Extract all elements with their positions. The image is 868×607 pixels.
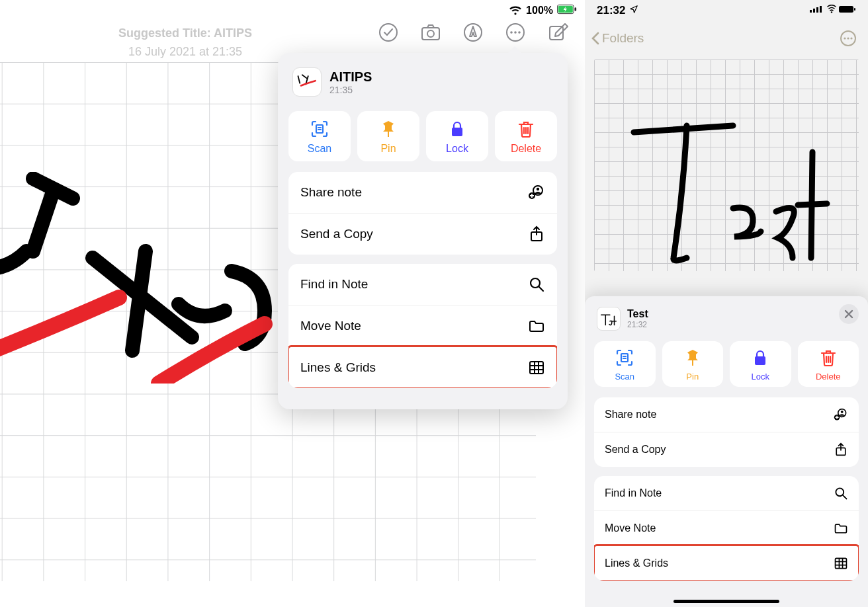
search-icon bbox=[528, 276, 545, 293]
popover-time: 21:35 bbox=[329, 85, 372, 95]
more-icon[interactable] bbox=[504, 21, 527, 44]
svg-rect-21 bbox=[810, 10, 812, 13]
lines-grids-label: Lines & Grids bbox=[300, 360, 376, 375]
svg-point-39 bbox=[836, 488, 844, 496]
svg-point-10 bbox=[518, 31, 521, 34]
find-label: Find in Note bbox=[300, 277, 368, 292]
menu-group-2: Find in Note Move Note Lines & Grids bbox=[594, 476, 859, 581]
note-thumbnail bbox=[597, 307, 621, 331]
lock-icon bbox=[447, 119, 467, 139]
share-note-item[interactable]: Share note bbox=[594, 397, 859, 432]
ipad-note-toolbar bbox=[377, 21, 569, 44]
send-copy-item[interactable]: Send a Copy bbox=[288, 213, 557, 255]
folder-icon bbox=[528, 317, 545, 335]
pin-icon bbox=[683, 348, 703, 368]
svg-point-16 bbox=[537, 188, 539, 190]
move-label: Move Note bbox=[300, 319, 361, 333]
move-note-item[interactable]: Move Note bbox=[288, 305, 557, 346]
menu-group-2: Find in Note Move Note Lines & Grids bbox=[288, 264, 557, 388]
svg-rect-23 bbox=[816, 7, 818, 13]
delete-label: Delete bbox=[511, 143, 541, 155]
checklist-icon[interactable] bbox=[377, 21, 400, 44]
ipad-status-bar: 100% bbox=[509, 4, 577, 17]
camera-icon[interactable] bbox=[419, 21, 442, 44]
lock-button[interactable]: Lock bbox=[426, 111, 488, 161]
svg-point-19 bbox=[531, 278, 540, 288]
back-label: Folders bbox=[602, 31, 644, 46]
iphone-screen: 21:32 Folders bbox=[585, 0, 868, 607]
grid-icon bbox=[528, 359, 545, 376]
close-icon bbox=[844, 309, 853, 319]
suggested-title-text: Suggested Title: AITIPS bbox=[93, 24, 278, 42]
svg-rect-26 bbox=[839, 6, 853, 13]
compose-icon[interactable] bbox=[546, 21, 569, 44]
lock-button[interactable]: Lock bbox=[730, 341, 791, 387]
quick-actions-row: Scan Pin Lock Delete bbox=[288, 111, 557, 161]
svg-rect-14 bbox=[452, 128, 462, 136]
send-copy-item[interactable]: Send a Copy bbox=[594, 432, 859, 467]
svg-point-36 bbox=[841, 411, 844, 413]
svg-point-25 bbox=[831, 11, 832, 13]
move-note-item[interactable]: Move Note bbox=[594, 510, 859, 546]
scan-icon bbox=[310, 119, 329, 139]
scan-button[interactable]: Scan bbox=[594, 341, 656, 387]
find-in-note-item[interactable]: Find in Note bbox=[288, 264, 557, 305]
lines-grids-item[interactable]: Lines & Grids bbox=[288, 346, 557, 388]
lock-icon bbox=[750, 348, 770, 368]
svg-point-5 bbox=[427, 30, 434, 37]
grid-icon bbox=[834, 556, 848, 571]
share-note-label: Share note bbox=[300, 185, 362, 200]
lock-label: Lock bbox=[446, 143, 468, 155]
find-label: Find in Note bbox=[605, 487, 662, 499]
trash-icon bbox=[818, 348, 838, 368]
more-icon[interactable] bbox=[839, 29, 857, 48]
close-button[interactable] bbox=[839, 304, 859, 324]
battery-charging-icon bbox=[557, 4, 577, 17]
status-time: 21:32 bbox=[597, 4, 625, 17]
share-note-item[interactable]: Share note bbox=[288, 172, 557, 213]
send-copy-label: Send a Copy bbox=[605, 444, 666, 456]
note-options-sheet: Test 21:32 Scan Pin Lock bbox=[585, 296, 868, 607]
quick-actions-row: Scan Pin Lock Delete bbox=[594, 341, 859, 387]
svg-rect-27 bbox=[854, 8, 855, 11]
svg-rect-20 bbox=[530, 362, 543, 374]
markup-icon[interactable] bbox=[462, 21, 484, 44]
send-copy-label: Send a Copy bbox=[300, 227, 373, 241]
share-sheet-icon bbox=[528, 225, 545, 243]
sheet-title: Test bbox=[627, 308, 648, 320]
delete-label: Delete bbox=[816, 372, 841, 382]
popover-header: AITIPS 21:35 bbox=[288, 65, 557, 107]
lines-grids-item[interactable]: Lines & Grids bbox=[594, 546, 859, 581]
ipad-screen: 100% Suggested Title: AITIPS 16 July 202… bbox=[0, 0, 585, 607]
share-collab-icon bbox=[834, 407, 848, 422]
scan-label: Scan bbox=[615, 372, 634, 382]
note-thumbnail bbox=[292, 67, 322, 97]
move-label: Move Note bbox=[605, 522, 656, 534]
scan-label: Scan bbox=[308, 143, 331, 155]
lines-grids-label: Lines & Grids bbox=[605, 557, 668, 569]
pin-button[interactable]: Pin bbox=[357, 111, 419, 161]
svg-point-8 bbox=[510, 31, 513, 34]
svg-rect-24 bbox=[820, 6, 822, 13]
scan-button[interactable]: Scan bbox=[288, 111, 351, 161]
svg-point-30 bbox=[847, 37, 849, 39]
svg-point-3 bbox=[380, 24, 397, 41]
back-button[interactable]: Folders bbox=[590, 31, 644, 46]
location-icon bbox=[629, 4, 638, 17]
svg-point-29 bbox=[844, 37, 846, 39]
home-indicator[interactable] bbox=[673, 600, 779, 603]
share-collab-icon bbox=[528, 184, 545, 201]
note-grid-canvas[interactable] bbox=[594, 60, 859, 271]
lock-label: Lock bbox=[752, 372, 769, 382]
note-options-popover: AITIPS 21:35 Scan Pin Lock bbox=[278, 53, 568, 409]
note-meta-overlay: Suggested Title: AITIPS 16 July 2021 at … bbox=[93, 24, 278, 61]
pin-button[interactable]: Pin bbox=[662, 341, 724, 387]
delete-button[interactable]: Delete bbox=[798, 341, 859, 387]
pin-icon bbox=[378, 119, 398, 139]
find-in-note-item[interactable]: Find in Note bbox=[594, 476, 859, 510]
svg-rect-33 bbox=[692, 360, 693, 366]
svg-rect-34 bbox=[755, 356, 765, 365]
svg-rect-13 bbox=[388, 132, 389, 137]
delete-button[interactable]: Delete bbox=[495, 111, 557, 161]
svg-rect-22 bbox=[813, 9, 815, 13]
